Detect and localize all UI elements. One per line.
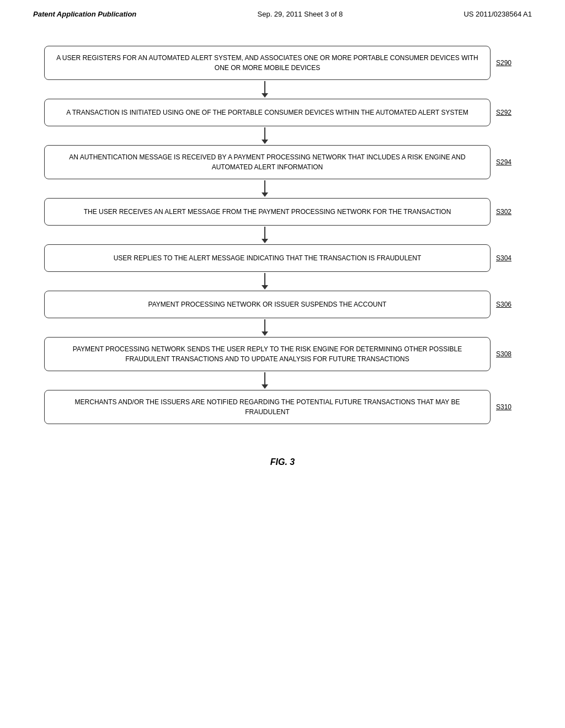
flow-step-s310: MERCHANTS AND/OR THE ISSUERS ARE NOTIFIE… [44, 390, 521, 424]
step-box-s308: PAYMENT PROCESSING NETWORK SENDS THE USE… [44, 337, 491, 371]
arrow-1 [44, 126, 521, 145]
arrow-3 [44, 226, 521, 244]
step-box-s310: MERCHANTS AND/OR THE ISSUERS ARE NOTIFIE… [44, 390, 491, 424]
header-date-sheet: Sep. 29, 2011 Sheet 3 of 8 [258, 10, 343, 18]
flow-step-s304: USER REPLIES TO THE ALERT MESSAGE INDICA… [44, 244, 521, 272]
header-publication-label: Patent Application Publication [33, 10, 136, 18]
arrow-area-3 [44, 226, 485, 244]
step-label-s292: S292 [496, 109, 521, 116]
flow-step-s294: AN AUTHENTICATION MESSAGE IS RECEIVED BY… [44, 145, 521, 179]
flow-step-s306: PAYMENT PROCESSING NETWORK OR ISSUER SUS… [44, 291, 521, 318]
arrow-area-1 [44, 126, 485, 145]
page-header: Patent Application Publication Sep. 29, … [0, 0, 565, 24]
step-box-s306: PAYMENT PROCESSING NETWORK OR ISSUER SUS… [44, 291, 491, 318]
arrow-5 [44, 318, 521, 337]
step-label-s310: S310 [496, 403, 521, 411]
step-label-s304: S304 [496, 254, 521, 262]
arrow-area-0 [44, 80, 485, 99]
step-label-s306: S306 [496, 301, 521, 308]
flow-diagram: A USER REGISTERS FOR AN AUTOMATED ALERT … [0, 24, 565, 441]
step-box-s302: THE USER RECEIVES AN ALERT MESSAGE FROM … [44, 198, 491, 226]
arrow-area-4 [44, 272, 485, 291]
step-label-s302: S302 [496, 208, 521, 216]
arrow-4 [44, 272, 521, 291]
step-label-s290: S290 [496, 59, 521, 67]
step-label-s294: S294 [496, 158, 521, 166]
step-box-s292: A TRANSACTION IS INITIATED USING ONE OF … [44, 99, 491, 126]
arrow-6 [44, 371, 521, 390]
step-box-s290: A USER REGISTERS FOR AN AUTOMATED ALERT … [44, 46, 491, 80]
step-label-s308: S308 [496, 350, 521, 358]
step-box-s294: AN AUTHENTICATION MESSAGE IS RECEIVED BY… [44, 145, 491, 179]
flow-step-s308: PAYMENT PROCESSING NETWORK SENDS THE USE… [44, 337, 521, 371]
arrow-0 [44, 80, 521, 99]
arrow-2 [44, 179, 521, 198]
arrow-area-5 [44, 318, 485, 337]
arrow-area-2 [44, 179, 485, 198]
flow-step-s302: THE USER RECEIVES AN ALERT MESSAGE FROM … [44, 198, 521, 226]
header-patent-number: US 2011/0238564 A1 [463, 10, 532, 18]
arrow-area-6 [44, 371, 485, 390]
flow-step-s292: A TRANSACTION IS INITIATED USING ONE OF … [44, 99, 521, 126]
step-box-s304: USER REPLIES TO THE ALERT MESSAGE INDICA… [44, 244, 491, 272]
figure-caption: FIG. 3 [0, 457, 565, 478]
flow-step-s290: A USER REGISTERS FOR AN AUTOMATED ALERT … [44, 46, 521, 80]
